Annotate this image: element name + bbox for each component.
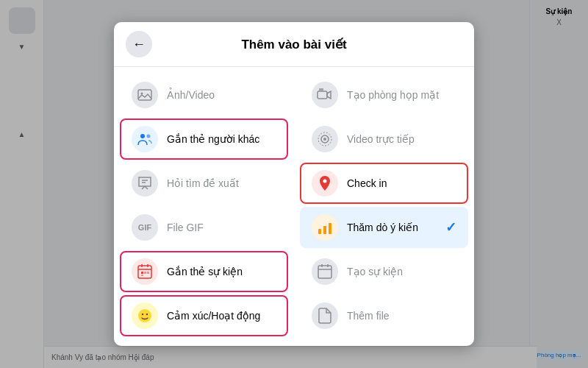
- menu-item-tham-do[interactable]: Thăm dò ý kiến ✓: [300, 207, 468, 248]
- back-button[interactable]: ←: [126, 31, 152, 57]
- svg-rect-16: [329, 223, 331, 234]
- modal: ← Thêm vào bài viết Ảnh/Video Tạo phòng …: [114, 22, 474, 346]
- anh-video-icon: [132, 82, 158, 108]
- svg-point-1: [141, 93, 143, 95]
- menu-item-viet-goi-y[interactable]: Viết gợi ý: [120, 339, 288, 346]
- tao-phong-icon: [312, 82, 338, 108]
- menu-item-hoi-tim[interactable]: Hỏi tìm đề xuất: [120, 163, 288, 204]
- cam-xuc-icon: [132, 302, 158, 329]
- menu-item-to-chuc[interactable]: Tổ chức buổi H&Đ: [300, 339, 468, 346]
- gan-the-nguoi-icon: [132, 126, 158, 152]
- svg-rect-24: [141, 275, 143, 276]
- gan-the-su-kien-icon: [132, 258, 158, 285]
- menu-item-file-gif[interactable]: GIF File GIF: [120, 207, 288, 248]
- svg-point-29: [138, 309, 151, 322]
- tham-do-check: ✓: [445, 219, 456, 236]
- svg-point-9: [323, 138, 326, 141]
- hoi-tim-icon: [132, 170, 158, 197]
- svg-point-6: [140, 134, 145, 138]
- cam-xuc-label: Cảm xúc/Hoạt động: [167, 310, 260, 322]
- modal-header: ← Thêm vào bài viết: [114, 22, 474, 67]
- modal-overlay: ← Thêm vào bài viết Ảnh/Video Tạo phòng …: [0, 0, 588, 368]
- svg-rect-25: [318, 266, 331, 278]
- tao-su-kien-icon: [312, 258, 338, 285]
- tao-su-kien-label: Tạo sự kiện: [347, 266, 403, 277]
- anh-video-label: Ảnh/Video: [167, 89, 215, 101]
- svg-rect-15: [323, 226, 326, 234]
- svg-rect-0: [138, 90, 151, 100]
- tham-do-icon: [312, 214, 338, 241]
- modal-title: Thêm vào bài viết: [152, 37, 436, 52]
- modal-body: Ảnh/Video Tạo phòng họp mặt: [114, 67, 474, 346]
- them-file-icon: [312, 302, 338, 329]
- video-truc-tiep-icon: [312, 126, 338, 152]
- svg-point-7: [147, 135, 151, 138]
- file-gif-icon: GIF: [132, 214, 158, 241]
- menu-item-them-file[interactable]: Thêm file: [300, 295, 468, 336]
- check-in-label: Check in: [347, 177, 387, 189]
- menu-item-anh-video[interactable]: Ảnh/Video: [120, 74, 288, 116]
- menu-item-cam-xuc[interactable]: Cảm xúc/Hoạt động: [120, 295, 288, 336]
- svg-point-13: [323, 180, 327, 183]
- svg-rect-23: [147, 272, 149, 274]
- menu-item-tao-su-kien[interactable]: Tạo sự kiện: [300, 251, 468, 292]
- menu-item-gan-the-su-kien[interactable]: Gắn thẻ sự kiện: [120, 251, 288, 292]
- hoi-tim-label: Hỏi tìm đề xuất: [167, 177, 239, 189]
- check-in-icon: [312, 170, 338, 197]
- svg-rect-22: [144, 272, 146, 274]
- menu-item-tao-phong[interactable]: Tạo phòng họp mặt: [300, 74, 468, 116]
- tao-phong-label: Tạo phòng họp mặt: [347, 89, 439, 101]
- gan-the-nguoi-label: Gắn thẻ người khác: [167, 133, 259, 145]
- svg-rect-21: [141, 272, 143, 274]
- svg-point-30: [142, 314, 143, 315]
- menu-item-check-in[interactable]: Check in: [300, 163, 468, 204]
- back-icon: ←: [132, 37, 146, 52]
- menu-item-video-truc-tiep[interactable]: Video trực tiếp: [300, 118, 468, 160]
- video-truc-tiep-label: Video trực tiếp: [347, 133, 415, 145]
- svg-rect-2: [318, 91, 327, 99]
- svg-point-31: [146, 314, 148, 315]
- svg-rect-14: [318, 229, 321, 234]
- gan-the-su-kien-label: Gắn thẻ sự kiện: [167, 266, 243, 277]
- file-gif-label: File GIF: [167, 222, 204, 233]
- menu-item-gan-the-nguoi[interactable]: Gắn thẻ người khác: [120, 118, 288, 160]
- them-file-label: Thêm file: [347, 310, 390, 322]
- tham-do-label: Thăm dò ý kiến: [347, 222, 418, 233]
